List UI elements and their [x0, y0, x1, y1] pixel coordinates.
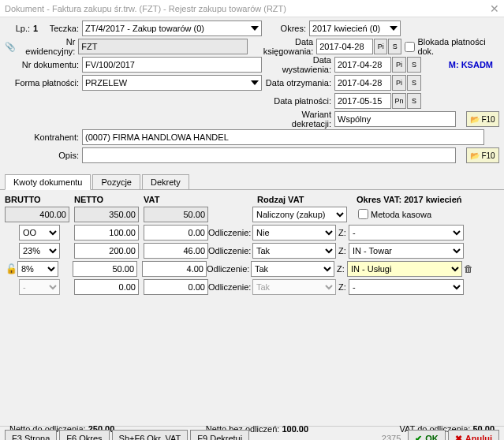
lp-value: 1: [33, 24, 49, 33]
odl-select-2[interactable]: Tak: [251, 261, 334, 277]
okres-select[interactable]: 2017 kwiecień (0): [309, 21, 401, 36]
data-ksieg-label: Data księgowania:: [248, 37, 316, 56]
tabs: Kwoty dokumentu Pozycje Dekrety: [0, 170, 504, 189]
close-icon[interactable]: ✕: [490, 2, 499, 15]
nr-ewid-label: Nr ewidencyjny:: [16, 37, 78, 56]
nr-ewid-input: [78, 39, 248, 54]
rate-select-0[interactable]: OO: [19, 225, 60, 241]
odl-label-0: Odliczenie:: [208, 228, 252, 237]
col-brutto-header: BRUTTO: [5, 195, 74, 204]
tab-body: BRUTTO NETTO VAT Rodzaj VAT Okres VAT: 2…: [0, 189, 504, 426]
brutto-total: [5, 207, 69, 222]
blokada-checkbox[interactable]: [405, 42, 415, 52]
pn-button[interactable]: Pn: [392, 93, 406, 109]
tab-dekrety[interactable]: Dekrety: [142, 174, 189, 190]
teczka-select[interactable]: ZT/4/2017 - Zakup towarów (0): [82, 21, 262, 36]
tab-pozycje[interactable]: Pozycje: [92, 174, 140, 190]
netto-total: [74, 207, 139, 222]
attachment-icon[interactable]: 📎: [5, 42, 16, 52]
opis-input[interactable]: [82, 147, 456, 163]
titlebar: Dokument - Faktura zakupu śr.trw. (FZT) …: [0, 0, 504, 17]
f3-button[interactable]: F3 Strona: [5, 430, 57, 440]
okres-vat-label: Okres VAT:: [357, 195, 401, 204]
data-ksieg-input[interactable]: [316, 39, 373, 54]
pi-button[interactable]: Pi: [374, 39, 387, 54]
f9-button[interactable]: F9 Dekretuj: [190, 430, 249, 440]
odl-select-0[interactable]: Nie: [252, 225, 336, 241]
odl-select-3: Tak: [252, 279, 336, 295]
netto-input-3[interactable]: [74, 279, 139, 295]
col-rodzaj-header: Rodzaj VAT: [257, 195, 357, 204]
s-button-3[interactable]: S: [407, 75, 421, 91]
okres-label: Okres:: [262, 24, 309, 33]
data-wyst-input[interactable]: [334, 57, 391, 73]
metoda-kasowa-label: Metoda kasowa: [371, 210, 431, 219]
col-vat-header: VAT: [144, 195, 213, 204]
blokada-label: Blokada płatności dok.: [417, 37, 499, 56]
shf6-button[interactable]: Sh+F6 Okr. VAT: [112, 430, 189, 440]
cancel-button[interactable]: Anuluj: [448, 430, 499, 440]
pi-button-2[interactable]: Pi: [392, 57, 406, 73]
z-select-1[interactable]: IN - Towar: [349, 243, 464, 259]
data-plat-label: Data płatności:: [262, 96, 334, 106]
z-select-2[interactable]: IN - Usługi: [347, 261, 462, 277]
z-select-0[interactable]: -: [349, 225, 464, 241]
z-label-1: Z:: [336, 246, 349, 255]
odl-select-1[interactable]: Tak: [252, 243, 336, 259]
col-netto-header: NETTO: [74, 195, 144, 204]
z-label-3: Z:: [336, 282, 349, 292]
s-button[interactable]: S: [388, 39, 401, 54]
opis-label: Opis:: [5, 151, 82, 160]
netto-input-0[interactable]: [74, 225, 139, 241]
rodzaj-vat-select[interactable]: Naliczony (zakup): [252, 207, 347, 222]
wariant-input[interactable]: [334, 111, 456, 127]
window-title: Dokument - Faktura zakupu śr.trw. (FZT) …: [5, 4, 490, 13]
rate-select-2[interactable]: 8%: [17, 261, 58, 277]
s-button-2[interactable]: S: [407, 57, 421, 73]
vat-input-3[interactable]: [144, 279, 208, 295]
folder-f10-button-2[interactable]: F10: [466, 147, 499, 163]
nr-dok-input[interactable]: [82, 57, 262, 73]
s-button-4[interactable]: S: [407, 93, 421, 109]
teczka-label: Teczka:: [49, 24, 82, 33]
netto-input-2[interactable]: [73, 261, 137, 277]
record-number: 2375: [377, 434, 405, 440]
metoda-kasowa-checkbox[interactable]: [358, 209, 368, 219]
lock-icon[interactable]: 🔓: [5, 263, 17, 274]
kontrahent-label: Kontrahent:: [5, 132, 82, 142]
tab-kwoty[interactable]: Kwoty dokumentu: [5, 174, 91, 190]
data-wyst-label: Data wystawienia:: [262, 55, 334, 74]
pi-button-3[interactable]: Pi: [392, 75, 406, 91]
header-form: Lp.: 1 Teczka: ZT/4/2017 - Zakup towarów…: [0, 17, 504, 170]
folder-f10-button[interactable]: F10: [466, 111, 499, 127]
rate-select-3[interactable]: -: [19, 279, 60, 295]
netto-input-1[interactable]: [74, 243, 139, 259]
trash-icon[interactable]: 🗑: [462, 263, 475, 274]
data-otrzym-label: Data otrzymania:: [262, 78, 334, 88]
lp-label: Lp.:: [5, 24, 33, 33]
f6-button[interactable]: F6 Okres: [59, 430, 109, 440]
summary-netto-bez-value: 100.00: [282, 424, 308, 434]
wariant-label: Wariant dekretacji:: [262, 110, 334, 129]
vat-input-0[interactable]: [144, 225, 208, 241]
odl-label-3: Odliczenie:: [208, 282, 252, 292]
data-otrzym-input[interactable]: [334, 75, 391, 91]
forma-label: Forma płatności:: [5, 78, 82, 88]
z-label-0: Z:: [336, 228, 349, 237]
data-plat-input[interactable]: [334, 93, 391, 109]
odl-label-1: Odliczenie:: [208, 246, 252, 255]
rate-select-1[interactable]: 23%: [19, 243, 60, 259]
okres-vat-value: 2017 kwiecień: [404, 195, 461, 204]
odl-label-2: Odliczenie:: [207, 264, 251, 274]
vat-input-1[interactable]: [144, 243, 208, 259]
kontrahent-input[interactable]: [82, 129, 484, 145]
vat-total: [144, 207, 208, 222]
user-label: M: KSADM: [449, 60, 499, 69]
nr-dok-label: Nr dokumentu:: [5, 60, 82, 69]
z-select-3[interactable]: -: [349, 279, 464, 295]
vat-input-2[interactable]: [142, 261, 207, 277]
z-label-2: Z:: [334, 264, 347, 274]
ok-button[interactable]: OK: [408, 430, 446, 440]
forma-select[interactable]: PRZELEW: [82, 75, 262, 91]
